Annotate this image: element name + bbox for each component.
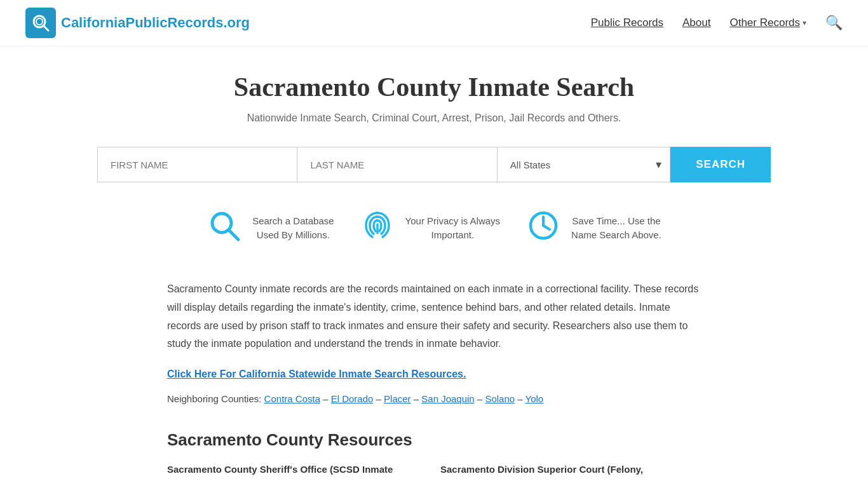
search-button[interactable]: SEARCH xyxy=(670,147,771,182)
nav-public-records[interactable]: Public Records xyxy=(591,17,663,29)
county-link-yolo[interactable]: Yolo xyxy=(526,393,544,404)
feature-search: Search a DatabaseUsed By Millions. xyxy=(207,208,334,248)
neighboring-label: Neighboring Counties: xyxy=(167,393,261,404)
feature-search-text: Search a DatabaseUsed By Millions. xyxy=(252,214,334,243)
resources-grid: Sacramento County Sheriff's Office (SCSD… xyxy=(167,463,701,477)
separator-1: – xyxy=(323,393,331,404)
resources-title: Sacramento County Resources xyxy=(167,430,701,450)
last-name-input[interactable] xyxy=(297,147,496,182)
resource-court-text: Sacramento Division Superior Court (Felo… xyxy=(440,464,643,475)
separator-4: – xyxy=(477,393,485,404)
separator-2: – xyxy=(376,393,384,404)
feature-time: Save Time... Use theName Search Above. xyxy=(526,208,661,248)
first-name-input[interactable] xyxy=(97,147,297,182)
feature-privacy-text: Your Privacy is AlwaysImportant. xyxy=(405,214,501,243)
county-link-placer[interactable]: Placer xyxy=(384,393,411,404)
feature-privacy: Your Privacy is AlwaysImportant. xyxy=(360,208,501,248)
page-description: Sacramento County inmate records are the… xyxy=(167,280,701,353)
feature-time-text: Save Time... Use theName Search Above. xyxy=(571,214,661,243)
features-row: Search a DatabaseUsed By Millions. Your … xyxy=(97,208,771,248)
separator-5: – xyxy=(517,393,525,404)
svg-line-1 xyxy=(43,25,48,30)
search-form: All States Alabama Alaska Arizona Arkans… xyxy=(97,147,771,182)
resource-sheriff-text: Sacramento County Sheriff's Office (SCSD… xyxy=(167,464,393,475)
site-logo[interactable]: CaliforniaPublicRecords.org xyxy=(25,8,250,38)
nav-other-records[interactable]: Other Records ▾ xyxy=(729,17,806,29)
page-title: Sacramento County Inmate Search xyxy=(97,72,771,102)
svg-line-4 xyxy=(229,230,238,240)
page-subtitle: Nationwide Inmate Search, Criminal Court… xyxy=(97,112,771,124)
clock-icon xyxy=(526,208,561,248)
county-link-san-joaquin[interactable]: San Joaquin xyxy=(421,393,474,404)
resource-item-court: Sacramento Division Superior Court (Felo… xyxy=(440,463,701,477)
search-icon[interactable]: 🔍 xyxy=(825,15,843,31)
svg-line-8 xyxy=(543,226,550,229)
logo-icon xyxy=(25,8,56,38)
fingerprint-icon xyxy=(360,208,395,248)
county-link-el-dorado[interactable]: El Dorado xyxy=(331,393,374,404)
svg-point-2 xyxy=(36,18,43,25)
nav-about[interactable]: About xyxy=(682,17,710,29)
separator-3: – xyxy=(414,393,422,404)
county-link-solano[interactable]: Solano xyxy=(485,393,515,404)
cta-link[interactable]: Click Here For California Statewide Inma… xyxy=(167,369,701,380)
logo-text: CaliforniaPublicRecords.org xyxy=(61,15,250,31)
search-feature-icon xyxy=(207,208,242,248)
state-select-wrapper: All States Alabama Alaska Arizona Arkans… xyxy=(497,147,670,182)
main-nav: Public Records About Other Records ▾ 🔍 xyxy=(591,15,843,31)
state-select[interactable]: All States Alabama Alaska Arizona Arkans… xyxy=(497,147,670,182)
county-link-contra-costa[interactable]: Contra Costa xyxy=(264,393,320,404)
nav-other-records-link[interactable]: Other Records xyxy=(729,17,800,29)
chevron-down-icon: ▾ xyxy=(803,18,806,28)
resource-item-sheriff: Sacramento County Sheriff's Office (SCSD… xyxy=(167,463,428,477)
neighboring-counties: Neighboring Counties: Contra Costa – El … xyxy=(167,390,701,407)
